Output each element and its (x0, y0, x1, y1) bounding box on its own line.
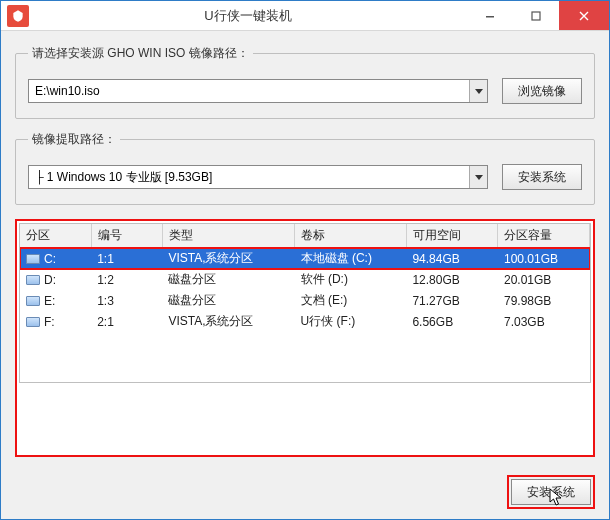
cell-capacity: 79.98GB (498, 290, 590, 311)
app-logo-icon (7, 5, 29, 27)
window-title: U行侠一键装机 (29, 7, 467, 25)
cell-drive: D: (20, 269, 91, 290)
app-window: U行侠一键装机 请选择安装源 GHO WIN ISO 镜像路径： E:\win1… (0, 0, 610, 520)
client-area: 请选择安装源 GHO WIN ISO 镜像路径： E:\win10.iso 浏览… (1, 31, 609, 519)
extract-group: 镜像提取路径： ├ 1 Windows 10 专业版 [9.53GB] 安装系统 (15, 131, 595, 205)
browse-image-button[interactable]: 浏览镜像 (502, 78, 582, 104)
minimize-button[interactable] (467, 1, 513, 30)
drive-icon (26, 317, 40, 327)
table-row[interactable]: E:1:3磁盘分区文档 (E:)71.27GB79.98GB (20, 290, 590, 311)
svg-rect-0 (486, 16, 494, 18)
drive-icon (26, 275, 40, 285)
cell-capacity: 20.01GB (498, 269, 590, 290)
drive-icon (26, 296, 40, 306)
cell-drive: F: (20, 311, 91, 332)
cell-drive: C: (20, 248, 91, 270)
close-button[interactable] (559, 1, 609, 30)
cell-free: 94.84GB (406, 248, 498, 270)
install-system-button-top[interactable]: 安装系统 (502, 164, 582, 190)
cell-capacity: 100.01GB (498, 248, 590, 270)
titlebar: U行侠一键装机 (1, 1, 609, 31)
cell-type: 磁盘分区 (162, 269, 294, 290)
cell-type: VISTA,系统分区 (162, 311, 294, 332)
col-drive[interactable]: 分区 (20, 224, 91, 248)
footer: 安装系统 (15, 469, 595, 509)
cell-type: VISTA,系统分区 (162, 248, 294, 270)
window-controls (467, 1, 609, 30)
cell-free: 71.27GB (406, 290, 498, 311)
install-button-highlight: 安装系统 (507, 475, 595, 509)
extract-legend: 镜像提取路径： (28, 131, 120, 148)
source-legend: 请选择安装源 GHO WIN ISO 镜像路径： (28, 45, 253, 62)
col-type[interactable]: 类型 (162, 224, 294, 248)
partition-table-scroll[interactable]: 分区 编号 类型 卷标 可用空间 分区容量 C:1:1VISTA,系统分区本地磁… (19, 223, 591, 383)
col-capacity[interactable]: 分区容量 (498, 224, 590, 248)
cell-type: 磁盘分区 (162, 290, 294, 311)
partition-table: 分区 编号 类型 卷标 可用空间 分区容量 C:1:1VISTA,系统分区本地磁… (20, 224, 590, 332)
chevron-down-icon (469, 80, 487, 102)
cell-label: 本地磁盘 (C:) (295, 248, 407, 270)
source-path-value: E:\win10.iso (35, 84, 100, 98)
partition-table-body: C:1:1VISTA,系统分区本地磁盘 (C:)94.84GB100.01GBD… (20, 248, 590, 333)
cell-label: U行侠 (F:) (295, 311, 407, 332)
source-group: 请选择安装源 GHO WIN ISO 镜像路径： E:\win10.iso 浏览… (15, 45, 595, 119)
source-path-combo[interactable]: E:\win10.iso (28, 79, 488, 103)
col-label[interactable]: 卷标 (295, 224, 407, 248)
cell-free: 6.56GB (406, 311, 498, 332)
table-header-row: 分区 编号 类型 卷标 可用空间 分区容量 (20, 224, 590, 248)
cell-free: 12.80GB (406, 269, 498, 290)
extract-image-combo[interactable]: ├ 1 Windows 10 专业版 [9.53GB] (28, 165, 488, 189)
cell-number: 1:3 (91, 290, 162, 311)
cell-number: 1:2 (91, 269, 162, 290)
col-free[interactable]: 可用空间 (406, 224, 498, 248)
chevron-down-icon (469, 166, 487, 188)
cell-number: 1:1 (91, 248, 162, 270)
svg-rect-1 (532, 12, 540, 20)
drive-icon (26, 254, 40, 264)
extract-selection-value: ├ 1 Windows 10 专业版 [9.53GB] (35, 169, 212, 186)
maximize-button[interactable] (513, 1, 559, 30)
col-number[interactable]: 编号 (91, 224, 162, 248)
cell-label: 文档 (E:) (295, 290, 407, 311)
table-row[interactable]: F:2:1VISTA,系统分区U行侠 (F:)6.56GB7.03GB (20, 311, 590, 332)
cell-drive: E: (20, 290, 91, 311)
cell-label: 软件 (D:) (295, 269, 407, 290)
table-row[interactable]: C:1:1VISTA,系统分区本地磁盘 (C:)94.84GB100.01GB (20, 248, 590, 270)
cell-capacity: 7.03GB (498, 311, 590, 332)
partition-table-highlight: 分区 编号 类型 卷标 可用空间 分区容量 C:1:1VISTA,系统分区本地磁… (15, 219, 595, 457)
install-system-button[interactable]: 安装系统 (511, 479, 591, 505)
cell-number: 2:1 (91, 311, 162, 332)
table-row[interactable]: D:1:2磁盘分区软件 (D:)12.80GB20.01GB (20, 269, 590, 290)
